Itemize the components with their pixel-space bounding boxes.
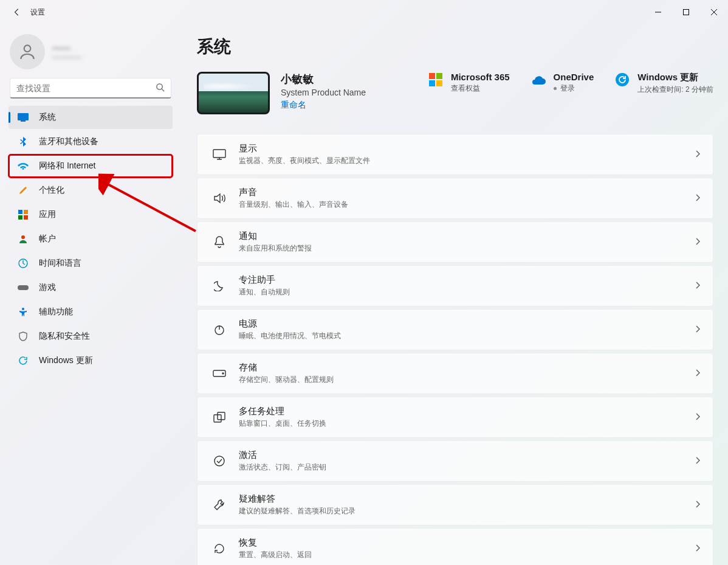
card-focus-assist[interactable]: 专注助手通知、自动规则 bbox=[197, 265, 713, 307]
card-activation[interactable]: 激活激活状态、订阅、产品密钥 bbox=[197, 440, 713, 482]
card-title: 存储 bbox=[239, 362, 334, 373]
nav-windows-update[interactable]: Windows 更新 bbox=[9, 349, 173, 372]
svg-rect-16 bbox=[436, 80, 442, 86]
card-multitasking[interactable]: 多任务处理贴靠窗口、桌面、任务切换 bbox=[197, 397, 713, 438]
user-email: ———— bbox=[52, 53, 81, 61]
svg-point-1 bbox=[24, 45, 31, 52]
svg-rect-4 bbox=[21, 120, 26, 122]
svg-rect-18 bbox=[213, 150, 225, 158]
svg-rect-6 bbox=[24, 210, 28, 214]
card-troubleshoot[interactable]: 疑难解答建议的疑难解答、首选项和历史记录 bbox=[197, 484, 713, 525]
recovery-icon bbox=[207, 543, 232, 554]
tile-title: OneDrive bbox=[554, 72, 594, 82]
svg-point-17 bbox=[616, 73, 629, 86]
tile-onedrive[interactable]: OneDrive 登录 bbox=[531, 72, 594, 95]
brush-icon bbox=[17, 184, 29, 196]
search-box[interactable] bbox=[10, 78, 171, 99]
nav-label: 隐私和安全性 bbox=[39, 331, 90, 342]
tile-sub: 查看权益 bbox=[451, 83, 510, 94]
chevron-right-icon bbox=[696, 150, 701, 159]
nav-label: 系统 bbox=[39, 112, 56, 123]
device-thumbnail[interactable] bbox=[197, 72, 270, 114]
nav-gaming[interactable]: 游戏 bbox=[9, 276, 173, 299]
nav-network[interactable]: 网络和 Internet bbox=[9, 154, 173, 178]
m365-icon bbox=[428, 72, 444, 88]
card-sub: 贴靠窗口、桌面、任务切换 bbox=[239, 418, 326, 429]
wifi-icon bbox=[17, 160, 29, 172]
card-display[interactable]: 显示监视器、亮度、夜间模式、显示配置文件 bbox=[197, 134, 713, 175]
device-info: 小敏敏 System Product Name 重命名 bbox=[281, 72, 366, 111]
multitask-icon bbox=[207, 412, 232, 423]
nav-label: 网络和 Internet bbox=[39, 161, 95, 172]
nav-label: 蓝牙和其他设备 bbox=[39, 136, 98, 147]
card-title: 电源 bbox=[239, 318, 341, 330]
card-recovery[interactable]: 恢复重置、高级启动、返回 bbox=[197, 528, 713, 565]
card-sub: 建议的疑难解答、首选项和历史记录 bbox=[239, 506, 355, 516]
svg-rect-0 bbox=[684, 10, 689, 15]
card-notifications[interactable]: 通知来自应用和系统的警报 bbox=[197, 221, 713, 263]
rename-link[interactable]: 重命名 bbox=[281, 100, 366, 111]
close-button[interactable] bbox=[700, 0, 728, 24]
device-product: System Product Name bbox=[281, 88, 366, 97]
card-sub: 激活状态、订阅、产品密钥 bbox=[239, 462, 326, 473]
display-icon bbox=[207, 149, 232, 160]
wrench-icon bbox=[207, 499, 232, 511]
search-input[interactable] bbox=[16, 83, 156, 93]
nav-list: 系统 蓝牙和其他设备 网络和 Internet 个性化 应用 帐户 bbox=[5, 106, 176, 372]
sidebar: —— ———— 系统 蓝牙和其他设备 网络和 Internet bbox=[0, 24, 182, 565]
tile-title: Microsoft 365 bbox=[451, 72, 510, 82]
tile-microsoft365[interactable]: Microsoft 365 查看权益 bbox=[428, 72, 510, 95]
tile-windows-update[interactable]: Windows 更新 上次检查时间: 2 分钟前 bbox=[614, 72, 713, 95]
chevron-right-icon bbox=[696, 281, 701, 291]
check-circle-icon bbox=[207, 455, 232, 467]
nav-time-language[interactable]: 时间和语言 bbox=[9, 252, 173, 275]
chevron-right-icon bbox=[696, 325, 701, 334]
window-controls bbox=[644, 0, 728, 24]
page-title: 系统 bbox=[197, 35, 713, 58]
update-icon bbox=[614, 72, 630, 88]
card-sub: 存储空间、驱动器、配置规则 bbox=[239, 375, 334, 385]
nav-apps[interactable]: 应用 bbox=[9, 203, 173, 226]
user-name: —— bbox=[52, 43, 81, 53]
nav-label: 游戏 bbox=[39, 282, 56, 293]
svg-rect-13 bbox=[429, 73, 435, 79]
globe-clock-icon bbox=[17, 257, 29, 269]
nav-accounts[interactable]: 帐户 bbox=[9, 227, 173, 251]
minimize-button[interactable] bbox=[644, 0, 672, 24]
card-sub: 重置、高级启动、返回 bbox=[239, 550, 312, 560]
nav-label: 个性化 bbox=[39, 185, 64, 196]
svg-rect-7 bbox=[18, 215, 22, 220]
svg-rect-3 bbox=[18, 113, 29, 120]
user-profile[interactable]: —— ———— bbox=[5, 30, 176, 78]
nav-label: 辅助功能 bbox=[39, 307, 73, 317]
nav-privacy[interactable]: 隐私和安全性 bbox=[9, 325, 173, 348]
avatar bbox=[10, 34, 45, 69]
card-sub: 睡眠、电池使用情况、节电模式 bbox=[239, 331, 341, 341]
card-title: 疑难解答 bbox=[239, 493, 355, 505]
card-storage[interactable]: 存储存储空间、驱动器、配置规则 bbox=[197, 353, 713, 394]
card-power[interactable]: 电源睡眠、电池使用情况、节电模式 bbox=[197, 309, 713, 350]
tile-sub: 登录 bbox=[554, 83, 594, 94]
chevron-right-icon bbox=[696, 369, 701, 378]
maximize-button[interactable] bbox=[672, 0, 700, 24]
svg-rect-8 bbox=[24, 215, 28, 220]
tile-sub: 上次检查时间: 2 分钟前 bbox=[637, 85, 713, 95]
device-name: 小敏敏 bbox=[281, 72, 366, 86]
onedrive-icon bbox=[531, 72, 546, 88]
content-area: 系统 小敏敏 System Product Name 重命名 Microsoft… bbox=[182, 24, 728, 565]
nav-personalization[interactable]: 个性化 bbox=[9, 179, 173, 202]
svg-rect-15 bbox=[429, 80, 435, 86]
nav-accessibility[interactable]: 辅助功能 bbox=[9, 300, 173, 324]
chevron-right-icon bbox=[696, 456, 701, 466]
card-sound[interactable]: 声音音量级别、输出、输入、声音设备 bbox=[197, 178, 713, 219]
accessibility-icon bbox=[17, 306, 29, 318]
system-icon bbox=[17, 111, 29, 123]
card-sub: 通知、自动规则 bbox=[239, 287, 290, 297]
nav-system[interactable]: 系统 bbox=[9, 106, 173, 129]
back-button[interactable] bbox=[11, 6, 23, 18]
system-header: 小敏敏 System Product Name 重命名 Microsoft 36… bbox=[197, 72, 713, 114]
power-icon bbox=[207, 324, 232, 335]
nav-bluetooth[interactable]: 蓝牙和其他设备 bbox=[9, 130, 173, 153]
chevron-right-icon bbox=[696, 237, 701, 247]
tile-title: Windows 更新 bbox=[637, 72, 713, 83]
